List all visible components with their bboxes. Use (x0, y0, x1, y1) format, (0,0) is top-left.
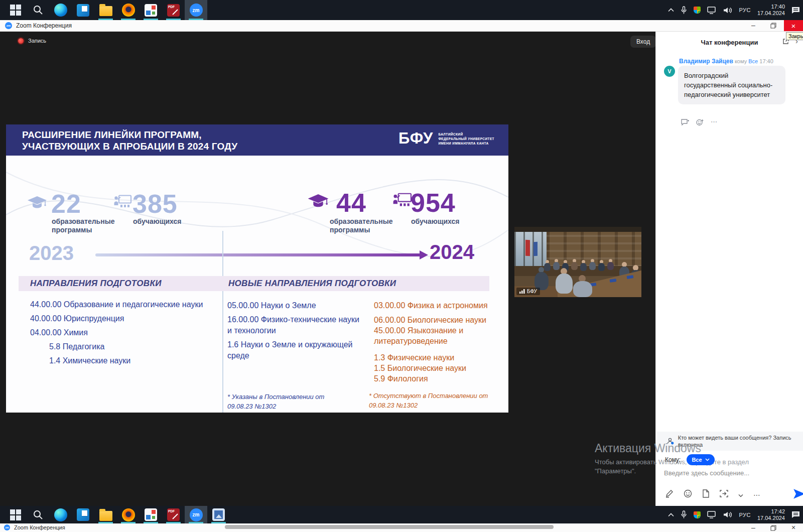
microphone-icon[interactable] (681, 510, 687, 519)
minimize-button[interactable]: – (750, 21, 757, 29)
start-button[interactable] (4, 0, 27, 20)
screenshot-icon[interactable] (720, 490, 728, 499)
graduation-cap-icon (307, 194, 329, 209)
close-button[interactable]: × (784, 20, 803, 31)
emoji-reaction-icon[interactable] (696, 119, 704, 128)
taskbar-document-app-button[interactable] (140, 0, 162, 20)
taskbar-outlook-button[interactable] (72, 0, 94, 20)
taskbar-pdf-button[interactable]: PDF (162, 506, 185, 523)
security-shield-icon[interactable]: ✓ (694, 7, 701, 14)
signin-button[interactable]: Вход (630, 36, 656, 48)
stat-programs-2023: 22 (51, 189, 81, 219)
zoom-window-icon: zm (5, 22, 12, 29)
network-display-icon[interactable] (707, 7, 717, 14)
clock-time: 17:40 (771, 4, 785, 10)
message-author[interactable]: Владимир Зайцев (679, 58, 733, 65)
chat-panel: Чат конференции › Владимир Зайцев кому В… (655, 32, 803, 506)
direction-item: 1.5 Биологические науки (374, 363, 498, 373)
clock[interactable]: 17:42 17.04.2024 (757, 508, 785, 521)
direction-item: 1.6 Науки о Земле и окружающей среде (227, 339, 362, 361)
speaker-icon[interactable] (723, 7, 732, 14)
close-button[interactable]: × (790, 523, 797, 531)
clock-date: 17.04.2024 (757, 10, 785, 16)
message-meta: Владимир Зайцев кому Все 17:40 (679, 58, 773, 65)
to-label: Кому: (665, 456, 681, 463)
close-tooltip: Закры (786, 32, 803, 40)
chat-message-input[interactable] (664, 469, 795, 477)
reply-icon[interactable] (681, 119, 689, 128)
taskbar-edge-button[interactable] (49, 506, 72, 523)
stat-students-2023: 385 (132, 189, 178, 219)
room-window (514, 231, 547, 267)
network-display-icon[interactable] (707, 511, 717, 518)
taskbar-explorer-button[interactable] (94, 506, 117, 523)
search-icon (33, 5, 44, 16)
taskbar-document-app-button[interactable] (140, 506, 162, 523)
tray-chevron-icon[interactable] (668, 513, 674, 517)
message-recipient[interactable]: Все (748, 58, 758, 64)
microphone-icon[interactable] (681, 6, 687, 15)
tray-chevron-icon[interactable] (668, 8, 674, 12)
year-to: 2024 (430, 241, 474, 263)
action-center-icon[interactable] (791, 7, 800, 14)
slide-header-band: РАСШИРЕНИЕ ЛИНЕЙКИ ПРОГРАММ, УЧАСТВУЮЩИХ… (6, 124, 508, 156)
graduation-cap-icon (27, 196, 47, 210)
year-from: 2023 (29, 242, 74, 264)
attach-file-icon[interactable] (702, 489, 710, 500)
minimize-button[interactable]: – (750, 523, 757, 531)
chevron-down-icon (705, 458, 710, 461)
recipient-dropdown[interactable]: Все (687, 454, 714, 465)
message-time: 17:40 (759, 58, 773, 64)
horizontal-scrollbar[interactable] (225, 525, 554, 529)
direction-item: 06.00.00 Биологические науки (374, 315, 498, 325)
maximize-button[interactable] (770, 22, 777, 30)
maximize-button[interactable] (770, 524, 777, 532)
taskbar-firefox-button[interactable] (117, 0, 140, 20)
language-indicator[interactable]: РУС (739, 512, 751, 518)
participant-video-thumbnail[interactable]: БФУ (514, 227, 641, 297)
zoom-window-icon: zm (4, 524, 10, 530)
emoji-icon[interactable] (684, 489, 692, 500)
file-explorer-icon (99, 6, 112, 16)
taskbar-pdf-button[interactable]: PDF (162, 0, 185, 20)
taskbar-edge-button[interactable] (49, 0, 72, 20)
search-button[interactable] (27, 506, 49, 523)
direction-item: 1.3 Физические науки (374, 352, 498, 363)
toolbar-chevron-icon[interactable] (738, 490, 743, 499)
speaker-icon[interactable] (723, 511, 732, 518)
taskbar-outlook-button[interactable] (72, 506, 94, 523)
timeline-arrow (95, 253, 421, 256)
taskbar-photos-button[interactable] (207, 506, 230, 523)
security-shield-icon[interactable]: ✓ (694, 511, 701, 518)
university-logo: БФУ БАЛТИЙСКИЙ ФЕДЕРАЛЬНЫЙ УНИВЕРСИТЕТ И… (398, 129, 494, 148)
stat-programs-2024: 44 (336, 188, 366, 218)
direction-item: 03.00.00 Физика и астрономия (374, 300, 498, 311)
language-indicator[interactable]: РУС (739, 7, 751, 13)
taskbar-firefox-button[interactable] (117, 506, 140, 523)
edge-icon (54, 4, 67, 17)
taskbar-zoom-button[interactable]: zm (185, 0, 207, 20)
taskbar-explorer-button[interactable] (94, 0, 117, 20)
outlook-icon (77, 508, 89, 521)
windows-logo-icon (10, 509, 21, 520)
pdf-app-icon: PDF (167, 508, 180, 521)
clock[interactable]: 17:40 17.04.2024 (757, 4, 785, 17)
slide-title-line1: РАСШИРЕНИЕ ЛИНЕЙКИ ПРОГРАММ, (22, 129, 237, 141)
taskbar-zoom-button[interactable]: zm (185, 506, 207, 523)
toolbar-more-icon[interactable]: ⋯ (753, 491, 760, 499)
firefox-icon (122, 508, 135, 521)
zoom-app-icon: zm (190, 4, 203, 17)
photos-app-icon (212, 508, 225, 521)
start-button[interactable] (4, 506, 27, 523)
action-center-icon[interactable] (791, 511, 800, 518)
firefox-icon (122, 4, 135, 17)
avatar[interactable]: V (664, 66, 675, 77)
format-text-icon[interactable] (665, 489, 674, 500)
search-button[interactable] (27, 0, 49, 20)
signal-bars-icon (519, 289, 525, 294)
send-message-icon[interactable] (792, 487, 803, 502)
logo-line3: ИМЕНИ ИММАНУИЛА КАНТА (438, 141, 494, 146)
slide-title-line2: УЧАСТВУЮЩИХ В АПРОБАЦИИ В 2024 ГОДУ (22, 141, 237, 152)
stat-students-2023-label: обучающихся (133, 217, 203, 226)
more-actions-icon[interactable]: ⋯ (711, 119, 717, 128)
